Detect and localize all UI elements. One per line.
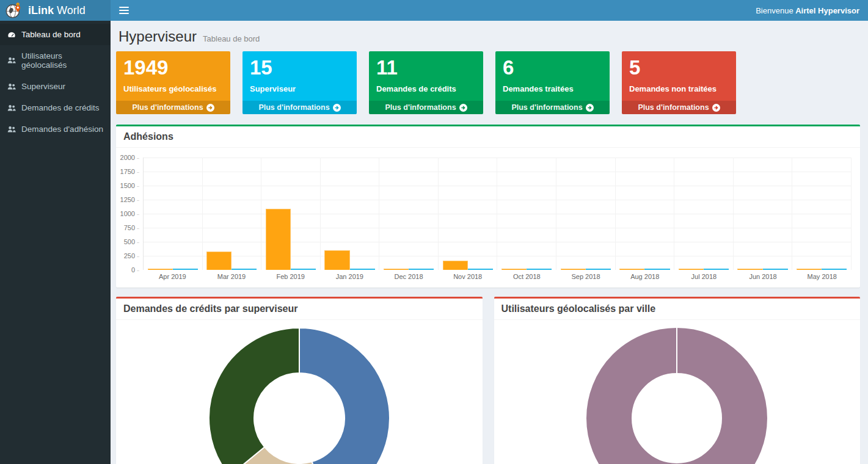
card-value: 5 — [629, 56, 729, 79]
bar-category — [616, 158, 675, 270]
bar-series_2 — [822, 269, 847, 270]
adhesions-panel-title: Adhésions — [116, 126, 860, 148]
x-tick-label: Aug 2018 — [615, 273, 674, 280]
sidebar-item-demandes-de-credits[interactable]: Demandes de crédits — [0, 97, 111, 118]
page-title: Hyperviseur — [119, 28, 197, 45]
users-icon — [7, 104, 16, 112]
utilisateurs-par-ville-panel: Utilisateurs géolocalisés par ville — [494, 297, 861, 464]
y-tick-label: 1250 — [120, 196, 139, 203]
sidebar-item-demandes-adhesion[interactable]: Demandes d'adhésion — [0, 118, 111, 140]
users-icon — [7, 82, 16, 91]
bar-series_2 — [291, 269, 316, 270]
arrow-circle-right-icon — [206, 104, 214, 112]
users-icon — [7, 56, 16, 65]
users-icon — [7, 125, 16, 134]
page-subtitle: Tableau de bord — [203, 34, 260, 43]
x-tick-label: Feb 2019 — [261, 273, 320, 280]
y-tick-label: 0 — [131, 266, 139, 274]
demandes-credits-superviseur-panel: Demandes de crédits par superviseur — [116, 297, 483, 464]
card-superviseur: 15 Superviseur Plus d'informations — [243, 51, 357, 114]
x-tick-label: Mar 2019 — [202, 273, 261, 280]
sidebar-item-label: Utilisateurs géolocalisés — [21, 51, 104, 70]
y-tick-label: 1750 — [120, 168, 139, 175]
card-value: 15 — [250, 56, 349, 79]
bar-series_1 — [443, 261, 468, 270]
donut-slice — [299, 328, 390, 464]
slice-divider — [676, 328, 677, 373]
arrow-circle-right-icon — [333, 104, 341, 112]
bar-category — [321, 158, 380, 270]
bar-series_2 — [350, 269, 375, 270]
card-utilisateurs-geolocalises: 1949 Utilisateurs géolocalisés Plus d'in… — [116, 51, 230, 114]
y-axis: 200017501500125010007505002500 — [120, 158, 139, 270]
bar-category — [556, 158, 616, 270]
sidebar-item-label: Superviseur — [21, 82, 65, 91]
bar-series_2 — [232, 269, 257, 270]
bar-series_2 — [704, 269, 729, 270]
brand-title: iLink World — [28, 4, 86, 17]
card-value: 1949 — [123, 56, 223, 79]
x-labels: Apr 2019Mar 2019Feb 2019Jan 2019Dec 2018… — [143, 273, 852, 280]
card-value: 11 — [376, 56, 476, 79]
sidebar-item-utilisateurs-geolocalises[interactable]: Utilisateurs géolocalisés — [0, 45, 111, 76]
main-content: Hyperviseur Tableau de bord 1949 Utilisa… — [111, 21, 868, 464]
more-info-link[interactable]: Plus d'informations — [369, 101, 483, 114]
sidebar: Tableau de bord Utilisateurs géolocalisé… — [0, 21, 111, 464]
welcome-text[interactable]: Bienvenue Airtel Hypervisor — [756, 6, 859, 15]
bar-category — [497, 158, 556, 270]
card-label: Demandes traitées — [503, 84, 602, 93]
panel-title: Demandes de crédits par superviseur — [116, 299, 483, 320]
y-tick-label: 2000 — [120, 154, 139, 161]
bar-series_1 — [501, 269, 527, 270]
bar-category — [792, 158, 852, 270]
more-info-link[interactable]: Plus d'informations — [243, 101, 357, 114]
sidebar-item-label: Demandes de crédits — [21, 103, 100, 112]
ilink-globe-logo-icon: $ — [5, 2, 22, 19]
adhesions-bar-chart: 200017501500125010007505002500 Apr 2019M… — [116, 148, 860, 288]
sidebar-item-superviseur[interactable]: Superviseur — [0, 76, 111, 97]
panel-title: Utilisateurs géolocalisés par ville — [494, 299, 861, 320]
x-tick-label: Jun 2018 — [734, 273, 793, 280]
x-tick-label: Oct 2018 — [497, 273, 556, 280]
more-info-link[interactable]: Plus d'informations — [116, 101, 230, 114]
x-tick-label: Jul 2018 — [674, 273, 734, 280]
sidebar-item-tableau-de-bord[interactable]: Tableau de bord — [0, 24, 111, 45]
sidebar-item-label: Demandes d'adhésion — [21, 125, 103, 134]
x-tick-label: Sep 2018 — [556, 273, 616, 280]
bar-category — [261, 158, 321, 270]
bar-series_2 — [527, 269, 552, 270]
y-tick-label: 750 — [124, 224, 139, 231]
y-tick-label: 1000 — [120, 210, 139, 217]
x-tick-label: Nov 2018 — [438, 273, 497, 280]
bar-series_2 — [409, 269, 434, 270]
more-info-link[interactable]: Plus d'informations — [495, 101, 610, 114]
donut-chart-credits — [116, 320, 483, 464]
y-tick-label: 500 — [124, 238, 139, 245]
bar-category — [674, 158, 734, 270]
x-tick-label: Jan 2019 — [320, 273, 379, 280]
sidebar-toggle-icon[interactable] — [119, 5, 129, 16]
adhesions-panel: Adhésions 200017501500125010007505002500… — [116, 125, 860, 288]
bar-series_2 — [173, 269, 198, 270]
more-info-link[interactable]: Plus d'informations — [622, 101, 736, 114]
sidebar-item-label: Tableau de bord — [21, 30, 81, 39]
arrow-circle-right-icon — [586, 104, 594, 112]
bar-series_1 — [324, 250, 349, 270]
bar-series_1 — [148, 269, 173, 270]
bar-category — [439, 158, 498, 270]
bar-series_1 — [797, 269, 822, 270]
donut-chart-villes — [494, 320, 861, 464]
bar-series_1 — [206, 252, 232, 270]
card-label: Demandes de crédits — [376, 84, 476, 93]
x-tick-label: Apr 2019 — [143, 273, 202, 280]
bar-series_1 — [619, 269, 644, 270]
bar-category — [379, 158, 439, 270]
bar-series_1 — [384, 269, 409, 270]
bar-series_1 — [266, 209, 291, 270]
donut-svg-credits — [209, 328, 390, 464]
bar-series_2 — [468, 269, 493, 270]
donut-panels-row: Demandes de crédits par superviseur Util… — [116, 297, 860, 464]
logo-area[interactable]: $ iLink World — [0, 0, 111, 21]
donut-slice — [209, 328, 299, 464]
card-demandes-non-traitees: 5 Demandes non traitées Plus d'informati… — [622, 51, 736, 114]
